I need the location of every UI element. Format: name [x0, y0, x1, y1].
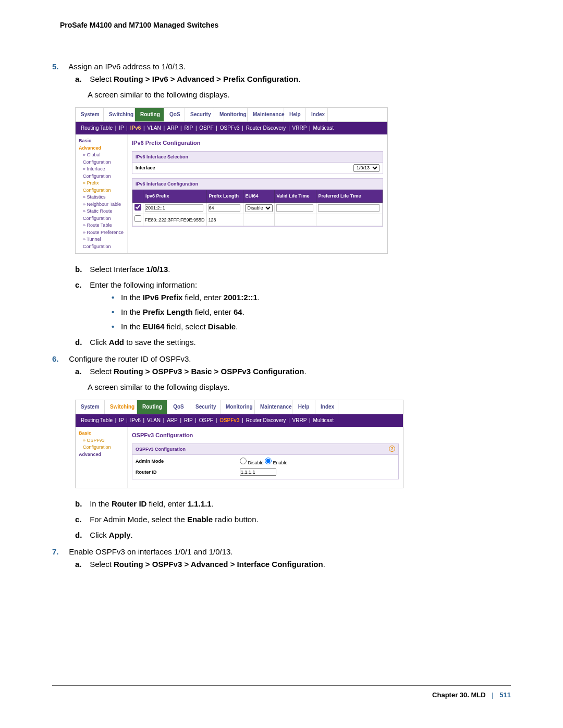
side-basic[interactable]: Basic — [79, 138, 124, 145]
step5-b: b. Select Interface 1/0/13. — [75, 263, 511, 276]
t: Global Configuration — [83, 152, 111, 165]
step-num: 6. — [52, 353, 67, 365]
nav-system[interactable]: System — [76, 400, 105, 414]
nav-help[interactable]: Help — [292, 400, 315, 414]
step-6: 6. Configure the router ID of OSPFv3. a.… — [52, 353, 511, 541]
col-len: Prefix Length — [206, 190, 243, 202]
side-ospf-cfg[interactable]: » OSPFv3 Configuration — [79, 437, 124, 451]
t: Prefix Configuration — [83, 180, 111, 193]
sn-multicast[interactable]: Multicast — [313, 417, 333, 423]
sn-rip[interactable]: RIP — [184, 417, 193, 423]
sn-ospfv3[interactable]: OSPFv3 — [220, 125, 240, 131]
side-prefix[interactable]: » Prefix Configuration — [79, 180, 124, 194]
t: Neighbour Table — [87, 202, 121, 207]
nav-index[interactable]: Index — [315, 400, 338, 414]
side-stats[interactable]: » Statistics — [79, 194, 124, 201]
sn-vrrp[interactable]: VRRP — [292, 125, 307, 131]
fs-title: OSPFv3 Configuration? — [132, 444, 398, 455]
len-input[interactable] — [209, 204, 241, 212]
side-static[interactable]: » Static Route Configuration — [79, 208, 124, 222]
fs-title: IPv6 Interface Selection — [132, 152, 383, 163]
sn-ospf[interactable]: OSPF — [199, 417, 213, 423]
sidenav: Basic Advanced » Global Configuration » … — [76, 134, 128, 253]
nav-help[interactable]: Help — [284, 108, 306, 121]
help-icon[interactable]: ? — [389, 446, 395, 452]
nav-maintenance[interactable]: Maintenance — [248, 108, 284, 121]
step-7: 7. Enable OSPFv3 on interfaces 1/0/1 and… — [52, 546, 511, 571]
nav-routing[interactable]: Routing — [137, 400, 167, 414]
side-advanced[interactable]: Advanced — [79, 145, 124, 152]
t: field, select — [164, 322, 207, 331]
step7-a: a. Select Routing > OSPFv3 > Advanced > … — [75, 558, 511, 571]
sn-arp[interactable]: ARP — [167, 125, 178, 131]
sn-rd[interactable]: Router Discovery — [246, 417, 286, 423]
nav-switching[interactable]: Switching — [105, 400, 137, 414]
fs-interface-cfg: IPv6 Interface Configuration Ipv6 Prefix… — [132, 178, 383, 227]
step6-d: d. Click Apply. — [75, 529, 511, 541]
side-advanced[interactable]: Advanced — [79, 451, 124, 459]
admin-label: Admin Mode — [136, 458, 240, 466]
nav-system[interactable]: System — [76, 108, 104, 121]
side-route-pref[interactable]: » Route Preference — [79, 229, 124, 237]
sn-rd[interactable]: Router Discovery — [246, 125, 286, 131]
nav-security[interactable]: Security — [190, 400, 221, 414]
nav-monitoring[interactable]: Monitoring — [214, 108, 248, 121]
sn-rip[interactable]: RIP — [184, 125, 193, 131]
topnav: System Switching Routing QoS Security Mo… — [76, 400, 403, 414]
sn-ip[interactable]: IP — [119, 125, 124, 131]
side-global[interactable]: » Global Configuration — [79, 152, 124, 166]
path: Routing > OSPFv3 > Advanced > Interface … — [114, 560, 323, 569]
sn-arp[interactable]: ARP — [167, 417, 178, 423]
t: . — [168, 265, 170, 274]
panel-title: OSPFv3 Configuration — [132, 431, 399, 440]
prefix-input[interactable] — [145, 204, 203, 212]
sn-ospf[interactable]: OSPF — [199, 125, 213, 131]
interface-select[interactable]: 1/0/13 — [353, 164, 380, 172]
pref-input[interactable] — [318, 204, 380, 212]
side-route-table[interactable]: » Route Table — [79, 222, 124, 229]
router-id-input[interactable] — [240, 468, 276, 476]
valid-input[interactable] — [276, 204, 314, 212]
side-neigh[interactable]: » Neighbour Table — [79, 201, 124, 208]
sub-body: For Admin Mode, select the Enable radio … — [90, 515, 259, 524]
sn-vlan[interactable]: VLAN — [147, 125, 161, 131]
sn-multicast[interactable]: Multicast — [313, 125, 333, 131]
sub-letter: a. — [75, 73, 88, 85]
row-check[interactable] — [134, 204, 141, 211]
nav-security[interactable]: Security — [185, 108, 214, 121]
nav-maintenance[interactable]: Maintenance — [255, 400, 292, 414]
col-pref: Preferred Life Time — [316, 190, 382, 202]
t: . — [131, 530, 133, 539]
radio-disable[interactable] — [240, 458, 247, 464]
sn-vrrp[interactable]: VRRP — [292, 417, 307, 423]
sn-ospfv3[interactable]: OSPFv3 — [219, 417, 239, 423]
sub-letter: a. — [75, 558, 88, 571]
sn-vlan[interactable]: VLAN — [147, 417, 161, 423]
len-val: 128 — [206, 214, 243, 226]
nav-monitoring[interactable]: Monitoring — [221, 400, 255, 414]
radio-enable[interactable] — [265, 458, 272, 464]
side-tunnel[interactable]: » Tunnel Configuration — [79, 236, 124, 250]
sn-ipv6[interactable]: IPv6 — [130, 125, 141, 131]
nav-qos[interactable]: QoS — [164, 108, 185, 121]
nav-index[interactable]: Index — [306, 108, 328, 121]
row-check[interactable] — [134, 215, 141, 222]
eui-select[interactable]: Disable — [245, 204, 273, 212]
b: Apply — [109, 530, 131, 539]
step5-a: a. Select Routing > IPv6 > Advanced > Pr… — [75, 73, 511, 101]
b: Router ID — [112, 499, 147, 508]
step-text: Configure the router ID of OSPFv3. — [69, 354, 191, 363]
sn-routing-table[interactable]: Routing Table — [81, 417, 113, 423]
nav-routing[interactable]: Routing — [135, 108, 164, 121]
sidenav: Basic » OSPFv3 Configuration Advanced — [76, 427, 128, 488]
nav-qos[interactable]: QoS — [167, 400, 190, 414]
sub-body: In the Router ID field, enter 1.1.1.1. — [90, 499, 214, 508]
sn-ip[interactable]: IP — [119, 417, 124, 423]
nav-switching[interactable]: Switching — [104, 108, 135, 121]
subnav: Routing Table | IP | IPv6 | VLAN | ARP |… — [76, 122, 387, 134]
step-5: 5. Assign an IPv6 address to 1/0/13. a. … — [52, 60, 511, 349]
side-interface[interactable]: » Interface Configuration — [79, 166, 124, 180]
sn-ipv6[interactable]: IPv6 — [130, 417, 141, 423]
sn-routing-table[interactable]: Routing Table — [81, 125, 113, 131]
side-basic[interactable]: Basic — [79, 430, 124, 437]
